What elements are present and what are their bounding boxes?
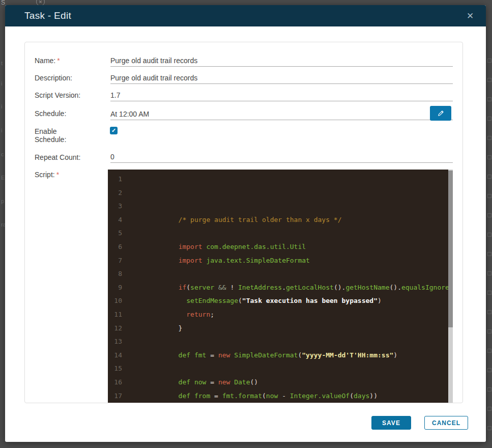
code-line-15: 15 xyxy=(108,362,453,376)
checkmark-icon: ✓ xyxy=(111,127,116,134)
code-line-12: 12 } xyxy=(108,322,453,335)
code-lines: 1234 /* purge audit trail older than x d… xyxy=(108,170,453,403)
code-line-5: 5 xyxy=(108,227,453,240)
code-line-9: 9 if(server && ! InetAddress.getLocalHos… xyxy=(108,281,453,295)
task-edit-dialog: Task - Edit ✕ Name:* Description: Script… xyxy=(5,5,486,442)
close-icon[interactable]: ✕ xyxy=(462,5,478,26)
code-line-6: 6 import com.deepnet.das.util.Util xyxy=(108,240,453,254)
code-line-10: 10 setEndMessage("Task execution has bee… xyxy=(108,294,453,308)
enable-schedule-label: Enable Schedule: xyxy=(35,127,80,144)
schedule-label: Schedule: xyxy=(35,109,106,118)
enable-schedule-checkbox[interactable]: ✓ xyxy=(110,127,118,134)
pencil-icon xyxy=(437,109,445,117)
code-line-17: 17 def from = fmt.format(now - Integer.v… xyxy=(108,389,453,403)
required-marker: * xyxy=(56,171,59,179)
editor-scrollbar-thumb[interactable] xyxy=(448,171,453,327)
code-line-7: 7 import java.text.SimpleDateFormat xyxy=(108,254,453,268)
code-line-4: 4 /* purge audit trail older than x days… xyxy=(108,213,453,227)
required-marker: * xyxy=(57,57,60,65)
background-tab-label: S xyxy=(1,0,5,6)
code-line-3: 3 xyxy=(108,200,453,213)
repeat-count-field[interactable] xyxy=(110,151,453,163)
dialog-header: Task - Edit ✕ xyxy=(5,5,486,26)
description-field[interactable] xyxy=(110,72,453,84)
script-code-editor[interactable]: 1234 /* purge audit trail older than x d… xyxy=(108,170,453,403)
save-button[interactable]: SAVE xyxy=(371,416,411,430)
description-label: Description: xyxy=(35,74,106,82)
code-line-14: 14 def fmt = new SimpleDateFormat("yyyy-… xyxy=(108,349,453,362)
code-line-1: 1 xyxy=(108,173,453,186)
edit-schedule-button[interactable] xyxy=(430,106,451,121)
repeat-count-label: Repeat Count: xyxy=(35,153,106,161)
editor-scrollbar[interactable] xyxy=(448,170,453,403)
cancel-button[interactable]: CANCEL xyxy=(424,416,468,430)
name-field[interactable] xyxy=(110,55,453,67)
script-version-field[interactable] xyxy=(110,90,453,101)
script-label: Script:* xyxy=(35,171,106,179)
script-version-label: Script Version: xyxy=(35,91,106,99)
schedule-field[interactable] xyxy=(110,108,453,120)
code-line-8: 8 xyxy=(108,267,453,281)
dialog-title: Task - Edit xyxy=(5,10,71,21)
name-label: Name:* xyxy=(35,57,106,65)
code-line-11: 11 return; xyxy=(108,308,453,322)
code-line-13: 13 xyxy=(108,335,453,349)
code-line-2: 2 xyxy=(108,186,453,200)
code-line-16: 16 def now = new Date() xyxy=(108,376,453,389)
